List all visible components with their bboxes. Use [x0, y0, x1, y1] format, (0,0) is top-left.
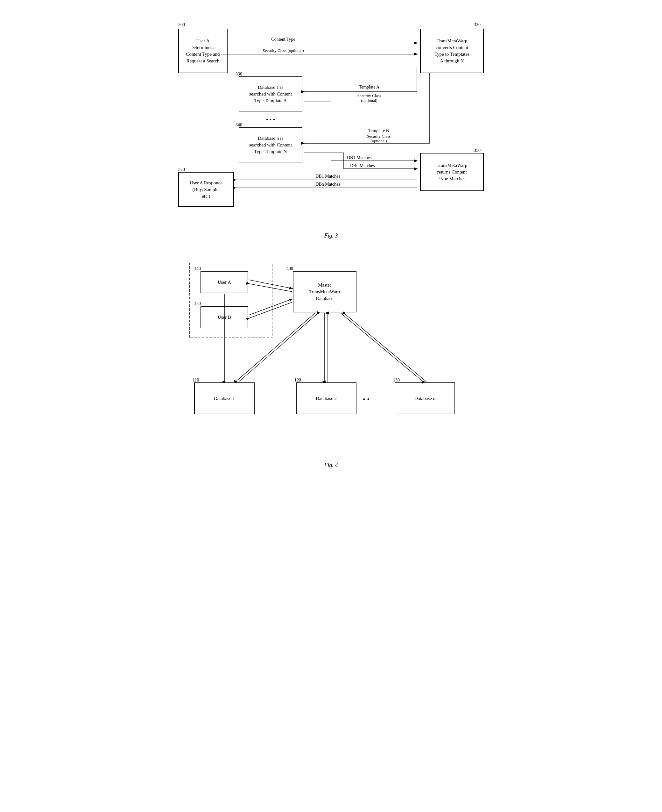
- svg-text:Security Class: Security Class: [357, 93, 381, 98]
- fig3-container: User A Determines a Content Type and Req…: [172, 6, 490, 229]
- svg-line-28: [249, 284, 292, 292]
- svg-line-30: [249, 302, 292, 318]
- ref-370: 370: [178, 167, 185, 172]
- svg-text:Template A: Template A: [359, 85, 380, 89]
- svg-text:DB1 Matches: DB1 Matches: [347, 155, 371, 160]
- fig4-diagram: User A 140 User B 150 Master TransMetaWa…: [172, 252, 490, 469]
- fig4-container: User A 140 User B 150 Master TransMetaWa…: [172, 252, 490, 459]
- svg-text:DB1 Matches: DB1 Matches: [315, 174, 340, 179]
- svg-text:Template N: Template N: [368, 128, 389, 133]
- svg-text:(optional): (optional): [370, 139, 387, 143]
- box-master-db: Master TransMetaWarp Database: [293, 271, 357, 313]
- ref-140: 140: [194, 266, 201, 271]
- svg-text:(optional): (optional): [361, 98, 377, 103]
- ref-150: 150: [194, 301, 201, 306]
- box-trans-returns: TransMetaWarp returns Content Type Match…: [420, 153, 484, 191]
- svg-line-36: [344, 313, 426, 382]
- svg-text:DBn Matches: DBn Matches: [315, 182, 340, 187]
- svg-text:Security Class: Security Class: [367, 134, 391, 139]
- ref-300: 300: [178, 22, 185, 27]
- ref-320: 320: [474, 22, 480, 27]
- ref-350: 350: [474, 148, 480, 153]
- svg-line-35: [341, 313, 423, 382]
- ref-130: 130: [393, 378, 400, 383]
- ref-120: 120: [294, 378, 301, 383]
- fig3-label: Fig. 3: [172, 232, 490, 239]
- box-db1-search: Database 1 is searched with Content Type…: [239, 76, 302, 111]
- svg-line-32: [239, 313, 318, 382]
- ref-340: 340: [236, 122, 242, 128]
- fig4-label: Fig. 4: [172, 462, 490, 469]
- box-user-a-fig4: User A: [201, 271, 248, 293]
- box-user-responds: User A Responds (Buy, Sample, etc.): [178, 172, 234, 207]
- box-db1-fig4: Database 1: [194, 382, 255, 414]
- svg-text:Content Type: Content Type: [271, 37, 295, 42]
- svg-text:Security Class (optional): Security Class (optional): [263, 48, 304, 53]
- fig3-diagram: User A Determines a Content Type and Req…: [172, 6, 490, 239]
- box-trans-convert: TransMetaWarp converts Content Type to T…: [420, 29, 484, 73]
- ref-110: 110: [193, 378, 199, 383]
- box-user-b-fig4: User B: [201, 306, 248, 328]
- svg-text:DBn Matches: DBn Matches: [350, 163, 374, 168]
- ref-400: 400: [286, 266, 293, 271]
- dots-fig4: • •: [363, 395, 370, 403]
- ref-330: 330: [236, 72, 242, 77]
- svg-line-29: [249, 299, 292, 315]
- svg-line-27: [249, 280, 292, 288]
- box-db2-fig4: Database 2: [296, 382, 357, 414]
- box-dbn-search: Database n is searched with Content Type…: [239, 127, 302, 163]
- svg-text:• • •: • • •: [266, 116, 275, 123]
- box-user-a: User A Determines a Content Type and Req…: [178, 29, 228, 73]
- box-dbn-fig4: Database n: [395, 382, 455, 414]
